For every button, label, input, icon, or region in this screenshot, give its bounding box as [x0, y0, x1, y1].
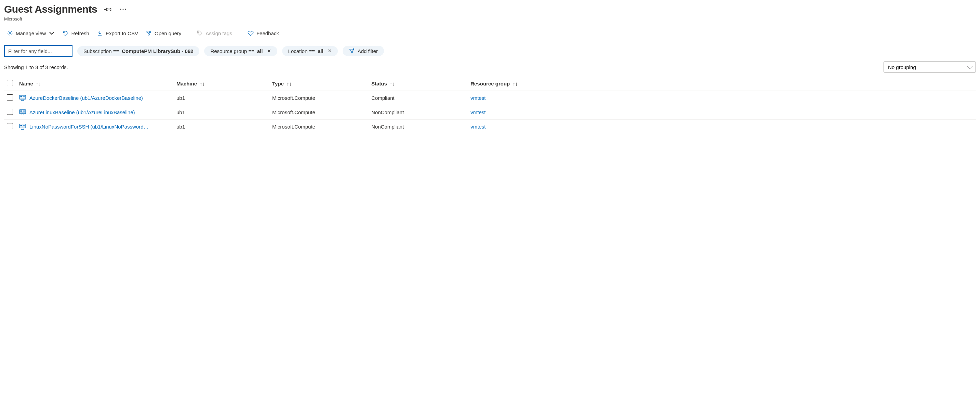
chevron-down-icon [49, 30, 55, 36]
assignment-name-link[interactable]: LinuxNoPasswordForSSH (ub1/LinuxNoPasswo… [29, 124, 149, 130]
cell-machine: ub1 [174, 105, 269, 120]
resource-group-link[interactable]: vmtest [471, 95, 485, 101]
refresh-button[interactable]: Refresh [62, 30, 89, 36]
manage-view-button[interactable]: Manage view [7, 30, 55, 36]
heart-icon [248, 30, 254, 36]
column-header-status[interactable]: Status ↑↓ [369, 76, 468, 91]
toolbar-separator [189, 30, 189, 37]
more-icon[interactable] [119, 5, 127, 13]
cell-status: NonCompliant [369, 120, 468, 134]
assignment-name-link[interactable]: AzureDockerBaseline (ub1/AzureDockerBase… [29, 95, 143, 101]
svg-rect-13 [20, 110, 22, 111]
table-row: LinuxNoPasswordForSSH (ub1/LinuxNoPasswo… [4, 120, 976, 134]
records-summary: Showing 1 to 3 of 3 records. [4, 64, 68, 70]
resource-group-link[interactable]: vmtest [471, 110, 485, 115]
row-checkbox[interactable] [7, 94, 13, 100]
svg-point-7 [198, 32, 199, 32]
sort-icon: ↑↓ [200, 81, 205, 86]
column-header-resource-group[interactable]: Resource group ↑↓ [468, 76, 976, 91]
sort-icon: ↑↓ [36, 81, 41, 86]
cell-type: Microsoft.Compute [269, 120, 369, 134]
column-header-machine[interactable]: Machine ↑↓ [174, 76, 269, 91]
close-icon[interactable]: ✕ [267, 48, 271, 54]
toolbar-separator [240, 30, 240, 37]
cell-status: NonCompliant [369, 105, 468, 120]
filter-pill-location[interactable]: Location == all ✕ [282, 46, 338, 56]
column-header-name[interactable]: Name ↑↓ [16, 76, 174, 91]
svg-rect-10 [23, 96, 25, 97]
feedback-button[interactable]: Feedback [248, 30, 279, 36]
assign-tags-button: Assign tags [197, 30, 232, 36]
assignments-table: Name ↑↓ Machine ↑↓ Type ↑↓ Status ↑↓ Res… [4, 76, 976, 134]
cell-machine: ub1 [174, 91, 269, 105]
svg-point-2 [125, 9, 126, 10]
cell-type: Microsoft.Compute [269, 91, 369, 105]
assignment-name-link[interactable]: AzureLinuxBaseline (ub1/AzureLinuxBaseli… [29, 110, 135, 115]
page-subtitle: Microsoft [4, 16, 976, 22]
table-row: AzureDockerBaseline (ub1/AzureDockerBase… [4, 91, 976, 105]
vm-icon [19, 95, 26, 101]
row-checkbox[interactable] [7, 123, 13, 129]
export-csv-button[interactable]: Export to CSV [97, 30, 138, 36]
refresh-icon [62, 30, 68, 36]
svg-point-3 [9, 32, 11, 34]
table-row: AzureLinuxBaseline (ub1/AzureLinuxBaseli… [4, 105, 976, 120]
sort-icon: ↑↓ [286, 81, 292, 86]
select-all-checkbox[interactable] [7, 80, 13, 86]
sort-icon: ↑↓ [390, 81, 395, 86]
resource-group-link[interactable]: vmtest [471, 124, 485, 130]
download-icon [97, 30, 103, 36]
cell-machine: ub1 [174, 120, 269, 134]
svg-point-0 [120, 9, 121, 10]
add-filter-button[interactable]: Add filter [343, 46, 384, 56]
row-checkbox[interactable] [7, 109, 13, 115]
svg-rect-19 [20, 127, 25, 127]
query-icon [146, 30, 152, 36]
toolbar: Manage view Refresh Export to CSV Open q… [4, 28, 976, 40]
svg-rect-9 [20, 96, 22, 97]
svg-rect-11 [20, 98, 25, 99]
column-header-type[interactable]: Type ↑↓ [269, 76, 369, 91]
sort-icon: ↑↓ [512, 81, 518, 86]
gear-icon [7, 30, 13, 36]
svg-point-6 [148, 34, 150, 35]
svg-point-1 [123, 9, 124, 10]
svg-rect-18 [23, 125, 25, 126]
cell-type: Microsoft.Compute [269, 105, 369, 120]
grouping-select[interactable]: No grouping [884, 62, 976, 73]
filter-input[interactable] [4, 45, 73, 57]
vm-icon [19, 124, 26, 130]
close-icon[interactable]: ✕ [328, 48, 332, 54]
pin-icon[interactable] [104, 5, 112, 13]
filters-row: Subscription == ComputePM LibrarySub - 0… [4, 40, 976, 62]
filter-pill-resource-group[interactable]: Resource group == all ✕ [204, 46, 277, 56]
cell-status: Compliant [369, 91, 468, 105]
filter-add-icon [349, 48, 355, 54]
svg-rect-17 [20, 125, 22, 126]
svg-rect-15 [20, 112, 25, 113]
tag-icon [197, 30, 203, 36]
svg-rect-14 [23, 110, 25, 111]
open-query-button[interactable]: Open query [146, 30, 181, 36]
filter-pill-subscription[interactable]: Subscription == ComputePM LibrarySub - 0… [77, 46, 199, 56]
vm-icon [19, 110, 26, 116]
page-title: Guest Assignments [4, 3, 97, 15]
